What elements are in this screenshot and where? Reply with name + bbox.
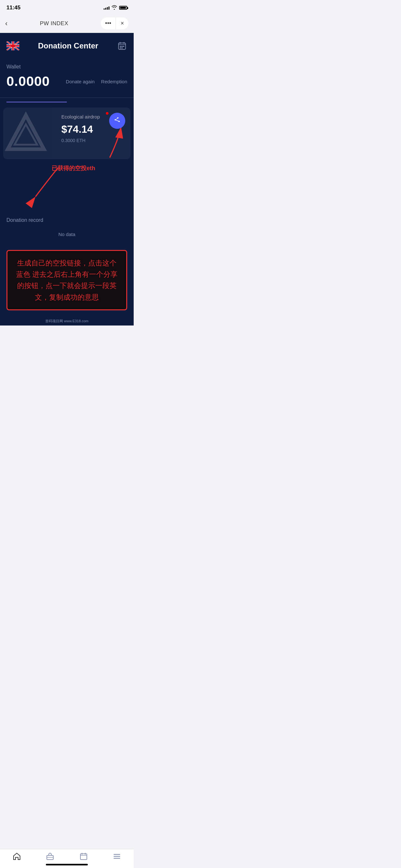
- annotation-box: 生成自己的空投链接，点击这个蓝色 进去之后右上角有一个分享的按钮，点一下就会提示…: [6, 250, 127, 310]
- annotation-label: 已获得的空投eth: [52, 164, 95, 172]
- airdrop-card: Ecological airdrop $74.14 0.3000 ETH: [3, 107, 130, 159]
- calendar-icon[interactable]: [117, 41, 127, 51]
- wallet-actions: Donate again Redemption: [66, 79, 127, 84]
- wallet-amount: 0.0000: [6, 73, 50, 89]
- tab-second[interactable]: [67, 99, 127, 102]
- website-label: 首码项目网 www.E318.com: [0, 317, 134, 326]
- nav-title: PW INDEX: [40, 20, 68, 27]
- card-content: Ecological airdrop $74.14 0.3000 ETH: [10, 114, 124, 151]
- svg-rect-5: [121, 46, 123, 47]
- svg-point-12: [115, 119, 116, 120]
- red-dot-indicator: [106, 112, 109, 115]
- nav-actions: ••• ×: [101, 18, 128, 29]
- donation-header: Donation Center: [0, 33, 134, 58]
- uk-flag-icon: [6, 41, 19, 51]
- svg-rect-8: [121, 48, 123, 49]
- page-title: Donation Center: [38, 41, 98, 51]
- wifi-icon: [112, 5, 117, 11]
- donation-record-section: Donation record No data: [0, 214, 134, 247]
- wallet-label: Wallet: [6, 64, 127, 70]
- status-bar: 11:45: [0, 0, 134, 14]
- svg-point-11: [113, 116, 121, 124]
- svg-rect-4: [120, 46, 121, 47]
- tab-section: [0, 99, 134, 102]
- share-icon: [113, 115, 122, 126]
- tab-first[interactable]: [6, 99, 67, 102]
- battery-icon: [119, 6, 127, 10]
- no-data-label: No data: [6, 228, 127, 244]
- back-button[interactable]: ‹: [5, 20, 7, 28]
- airdrop-share-button[interactable]: [109, 113, 125, 129]
- chinese-annotation-area: 已获得的空投eth: [6, 161, 127, 214]
- svg-rect-7: [120, 48, 121, 49]
- annotation-chinese-text: 生成自己的空投链接，点击这个蓝色 进去之后右上角有一个分享的按钮，点一下就会提示…: [14, 257, 120, 303]
- status-time: 11:45: [6, 4, 20, 11]
- card-region: Ecological airdrop $74.14 0.3000 ETH: [0, 107, 134, 159]
- more-button[interactable]: •••: [101, 18, 116, 29]
- wallet-divider: [0, 97, 134, 98]
- donation-record-label: Donation record: [6, 217, 127, 223]
- redemption-button[interactable]: Redemption: [101, 79, 127, 84]
- airdrop-eth: 0.3000 ETH: [61, 138, 124, 143]
- nav-bar: ‹ PW INDEX ••• ×: [0, 14, 134, 33]
- wallet-section: Wallet 0.0000 Donate again Redemption: [0, 58, 134, 92]
- close-button[interactable]: ×: [116, 18, 128, 29]
- wallet-row: 0.0000 Donate again Redemption: [6, 73, 127, 89]
- signal-icon: [104, 6, 110, 10]
- donate-again-button[interactable]: Donate again: [66, 79, 95, 84]
- status-icons: [104, 5, 127, 11]
- main-content: Donation Center Wallet 0.0000 Donate aga…: [0, 33, 134, 326]
- svg-rect-6: [123, 46, 124, 47]
